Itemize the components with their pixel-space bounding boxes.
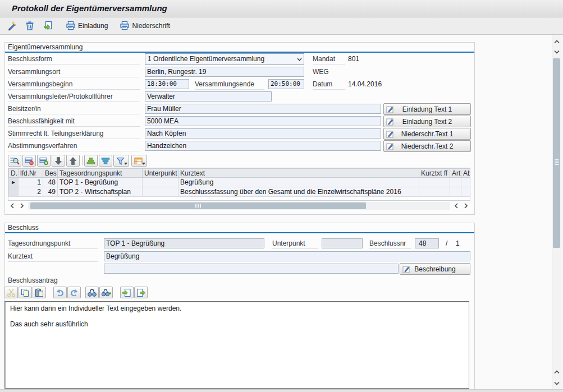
vscroll-up2-icon[interactable] xyxy=(552,368,561,376)
vscroll-down-icon[interactable] xyxy=(552,48,561,56)
vscroll-up-icon[interactable] xyxy=(552,38,561,45)
window-bottom-edge xyxy=(0,389,563,392)
main-scrollbar xyxy=(0,0,563,392)
vscroll-down2-icon[interactable] xyxy=(552,379,561,387)
sap-window: Protokoll der Eigentümerversammlung xyxy=(0,0,563,392)
vscroll-thumb[interactable] xyxy=(553,58,560,248)
scrollbar-grip xyxy=(555,159,559,165)
